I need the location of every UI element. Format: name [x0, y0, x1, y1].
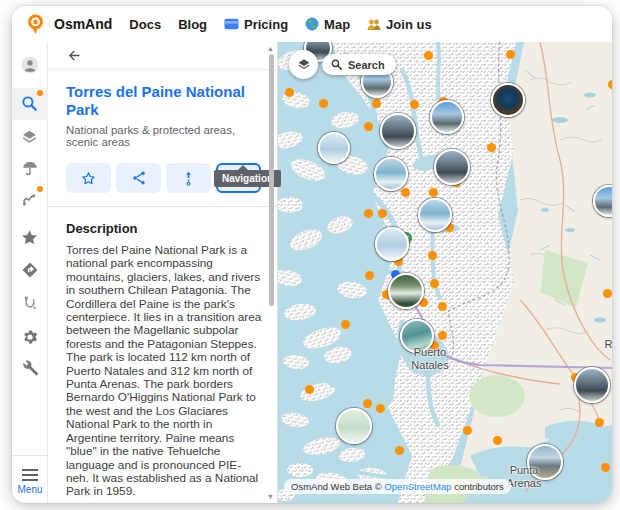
poi-title: Torres del Paine National Park — [66, 83, 261, 119]
nav-link-pricing[interactable]: Pricing — [224, 17, 288, 32]
poi-dot-marker[interactable] — [428, 251, 437, 260]
openstreetmap-link[interactable]: OpenStreetMap — [384, 481, 451, 492]
nav-link-map[interactable]: Map — [305, 17, 350, 32]
poi-dot-marker[interactable] — [424, 51, 433, 60]
tracks-badge — [37, 186, 43, 192]
poi-dot-marker[interactable] — [395, 446, 404, 455]
photo-marker[interactable] — [527, 444, 563, 480]
poi-subtitle: National parks & protected areas, scenic… — [66, 124, 261, 148]
poi-dot-marker[interactable] — [305, 385, 314, 394]
details-panel: Torres del Paine National Park National … — [48, 42, 278, 503]
navigation-icon[interactable] — [19, 259, 41, 281]
brand-name: OsmAnd — [54, 16, 112, 32]
tools-wrench-icon[interactable] — [19, 357, 41, 379]
map-canvas[interactable]: PuertoNatales PuntaArenas Río Search Osm… — [278, 42, 612, 503]
weather-umbrella-icon[interactable] — [19, 157, 41, 179]
poi-dot-marker[interactable] — [463, 426, 472, 435]
photo-marker[interactable] — [418, 198, 452, 232]
top-navbar: OsmAnd Docs Blog Pricing Map — [12, 6, 612, 42]
share-icon — [131, 170, 147, 186]
poi-dot-marker[interactable] — [372, 99, 381, 108]
osmand-logo-icon — [25, 13, 46, 36]
poi-dot-marker[interactable] — [341, 320, 350, 329]
photo-marker[interactable] — [374, 157, 408, 191]
menu-button[interactable]: Menu — [12, 466, 48, 495]
map-attribution: OsmAnd Web Beta © OpenStreetMap contribu… — [284, 479, 511, 494]
favorites-star-icon[interactable] — [19, 226, 41, 248]
nav-link-docs[interactable]: Docs — [129, 17, 161, 32]
photo-marker[interactable] — [400, 319, 434, 353]
plan-route-icon[interactable] — [19, 292, 41, 314]
scrollbar-up-arrow[interactable]: ▲ — [267, 45, 274, 52]
nav-link-join-us[interactable]: Join us — [367, 17, 432, 32]
app-window: OsmAnd Docs Blog Pricing Map — [12, 6, 612, 503]
poi-dot-marker[interactable] — [285, 88, 294, 97]
photo-marker[interactable] — [375, 227, 409, 261]
menu-label: Menu — [12, 484, 48, 495]
poi-dot-marker[interactable] — [365, 271, 374, 280]
poi-dot-marker[interactable] — [363, 399, 372, 408]
poi-dot-marker[interactable] — [410, 100, 419, 109]
photo-marker[interactable] — [574, 367, 610, 403]
share-button[interactable] — [116, 163, 161, 193]
scrollbar-thumb[interactable] — [269, 54, 274, 306]
photo-marker[interactable] — [318, 132, 350, 164]
star-outline-icon — [80, 170, 97, 187]
map-search-label: Search — [348, 59, 385, 71]
description-heading: Description — [66, 221, 261, 236]
photo-marker[interactable] — [491, 83, 525, 117]
photo-marker[interactable] — [430, 100, 464, 134]
poi-dot-marker[interactable] — [429, 188, 438, 197]
map-layers-icon — [296, 57, 312, 73]
nav-link-blog[interactable]: Blog — [178, 17, 207, 32]
poi-dot-marker[interactable] — [364, 122, 373, 131]
distance-icon — [181, 170, 196, 187]
photo-marker[interactable] — [593, 185, 612, 217]
sidebar-divider — [12, 455, 48, 456]
marker-layer — [278, 42, 612, 503]
map-layers-button[interactable] — [289, 50, 318, 79]
globe-icon — [305, 17, 319, 31]
panel-header — [48, 42, 277, 70]
join-us-icon — [367, 18, 381, 31]
profile-icon[interactable] — [19, 54, 41, 76]
poi-dot-marker[interactable] — [319, 99, 328, 108]
tracks-icon[interactable] — [19, 188, 41, 210]
icon-sidebar: Menu — [12, 42, 48, 503]
scrollbar-down-arrow[interactable]: ▼ — [267, 493, 274, 500]
photo-marker[interactable] — [336, 408, 372, 444]
search-icon[interactable] — [19, 92, 41, 114]
map-search-button[interactable]: Search — [322, 54, 396, 75]
poi-dot-marker[interactable] — [608, 80, 613, 89]
photo-marker[interactable] — [380, 113, 416, 149]
poi-dot-marker[interactable] — [376, 404, 385, 413]
osmand-brand[interactable]: OsmAnd — [25, 13, 112, 36]
divider — [48, 206, 277, 207]
back-arrow-icon[interactable] — [66, 47, 83, 64]
poi-dot-marker[interactable] — [430, 279, 439, 288]
poi-dot-marker[interactable] — [487, 143, 496, 152]
distance-button[interactable] — [166, 163, 211, 193]
photo-marker[interactable] — [388, 273, 424, 309]
poi-dot-marker[interactable] — [438, 302, 447, 311]
poi-dot-marker[interactable] — [438, 331, 447, 340]
pricing-card-icon — [224, 18, 239, 30]
poi-dot-marker[interactable] — [401, 188, 410, 197]
poi-dot-marker[interactable] — [378, 209, 387, 218]
hamburger-icon — [12, 469, 48, 481]
poi-dot-marker[interactable] — [595, 418, 604, 427]
map-search-icon — [330, 58, 343, 71]
poi-dot-marker[interactable] — [601, 463, 610, 472]
poi-dot-marker[interactable] — [603, 289, 612, 298]
photo-marker[interactable] — [434, 149, 470, 185]
layers-icon[interactable] — [19, 126, 41, 148]
description-text: Torres del Paine National Park is a nati… — [66, 244, 264, 499]
search-badge — [37, 90, 43, 96]
favorite-button[interactable] — [66, 163, 111, 193]
poi-dot-marker[interactable] — [506, 50, 515, 59]
settings-gear-icon[interactable] — [19, 326, 41, 348]
poi-dot-marker[interactable] — [364, 209, 373, 218]
poi-dot-marker[interactable] — [493, 436, 502, 445]
